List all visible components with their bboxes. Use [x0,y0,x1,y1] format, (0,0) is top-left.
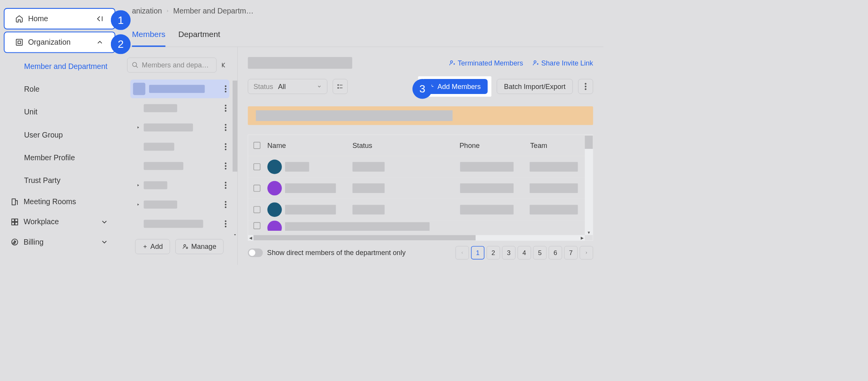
step-badge-2: 2 [111,34,131,54]
svg-point-36 [534,61,536,63]
chevron-right-icon [166,9,169,13]
svg-point-32 [225,226,226,227]
search-input[interactable]: Members and depa… [127,57,216,72]
page-button[interactable]: 3 [502,246,516,260]
svg-point-30 [225,220,226,222]
table-row[interactable] [248,199,593,220]
sidebar-item-billing[interactable]: Billing [0,232,119,252]
svg-rect-4 [15,219,18,222]
toggle-label: Show direct members of the department on… [267,248,406,257]
row-checkbox[interactable] [253,163,260,170]
status-filter[interactable]: Status All [248,79,327,94]
table-row[interactable] [248,156,593,177]
sidebar-item-meeting-rooms[interactable]: Meeting Rooms [0,192,119,212]
home-label: Home [28,15,48,23]
view-toggle-button[interactable] [333,79,348,94]
caret-right-icon[interactable] [136,183,140,187]
svg-point-38 [338,87,338,88]
row-checkbox[interactable] [253,222,260,229]
breadcrumb-item[interactable]: anization [132,7,162,15]
terminated-members-link[interactable]: Terminated Members [449,59,523,67]
more-icon[interactable] [225,220,227,228]
table-row[interactable] [248,220,593,231]
workplace-icon [11,218,19,226]
add-dept-button[interactable]: Add [135,239,170,254]
row-checkbox[interactable] [253,185,260,191]
page-next[interactable] [580,246,593,260]
tab-members[interactable]: Members [132,22,166,47]
page-button[interactable]: 2 [487,246,500,260]
chevron-down-icon [101,218,109,226]
collapse-panel-icon[interactable] [220,57,230,72]
dept-item[interactable] [130,118,229,137]
sidebar-item-home[interactable]: Home [4,8,116,30]
manage-dept-button[interactable]: Manage [175,239,223,254]
sidebar-sub-member-profile[interactable]: Member Profile [0,146,119,169]
more-icon[interactable] [225,162,227,170]
more-options-button[interactable] [578,79,593,94]
avatar [267,159,282,174]
dept-item[interactable] [130,157,229,176]
h-scrollbar-track[interactable]: ◀ ▶ [248,235,585,240]
page-prev[interactable] [456,246,469,260]
sidebar-item-workplace[interactable]: Workplace [0,212,119,232]
svg-point-41 [585,88,586,90]
sidebar-sub-unit[interactable]: Unit [0,101,119,123]
caret-right-icon[interactable] [136,203,140,206]
page-button[interactable]: 6 [549,246,562,260]
billing-icon [11,238,19,246]
direct-members-toggle[interactable] [248,248,263,257]
col-phone: Phone [459,141,530,150]
list-icon [337,83,344,90]
batch-import-export-button[interactable]: Batch Import/Export [497,79,573,94]
svg-point-11 [225,91,226,92]
dept-item[interactable] [130,79,229,98]
select-all-checkbox[interactable] [253,142,260,149]
share-invite-link[interactable]: Share Invite Link [533,59,593,67]
svg-point-24 [225,182,226,183]
breadcrumb-item: Member and Departm… [173,7,254,15]
user-x-icon [449,60,456,66]
page-button[interactable]: 4 [518,246,531,260]
meeting-rooms-icon [11,198,19,206]
more-icon[interactable] [225,104,227,112]
tab-department[interactable]: Department [178,22,220,47]
svg-rect-3 [12,219,14,222]
dept-item[interactable] [130,99,229,117]
more-icon[interactable] [225,123,227,131]
dept-avatar [133,83,145,95]
dept-item[interactable] [130,215,229,233]
collapse-left-icon[interactable] [96,15,104,23]
sidebar-sub-role[interactable]: Role [0,78,119,101]
more-icon[interactable] [225,181,227,190]
dept-item[interactable] [130,138,229,156]
page-button[interactable]: 5 [533,246,546,260]
row-checkbox[interactable] [253,206,260,213]
department-tree [119,79,237,233]
avatar [267,181,282,195]
dept-title [248,57,352,69]
svg-point-23 [225,168,226,170]
svg-rect-6 [15,222,18,225]
page-button[interactable]: 7 [564,246,578,260]
table-row[interactable] [248,177,593,199]
dept-scrollbar[interactable] [233,81,238,171]
svg-rect-5 [12,222,14,225]
more-icon[interactable] [225,85,227,93]
more-icon[interactable] [225,143,227,151]
step-badge-3: 3 [412,79,432,99]
svg-point-8 [132,62,137,67]
page-button[interactable]: 1 [471,246,484,260]
more-icon[interactable] [225,201,227,209]
org-icon [15,38,23,46]
sidebar-sub-trust-party[interactable]: Trust Party [0,169,119,192]
dept-item[interactable] [130,195,229,214]
caret-right-icon[interactable] [136,126,140,129]
sidebar-item-organization[interactable]: Organization [4,32,116,53]
sidebar-sub-user-group[interactable]: User Group [0,123,119,146]
scroll-down-icon[interactable] [233,233,236,236]
h-scrollbar-thumb[interactable] [253,235,476,240]
info-banner [248,106,593,125]
sidebar-sub-member-dept[interactable]: Member and Department [0,55,119,78]
dept-item[interactable] [130,176,229,195]
